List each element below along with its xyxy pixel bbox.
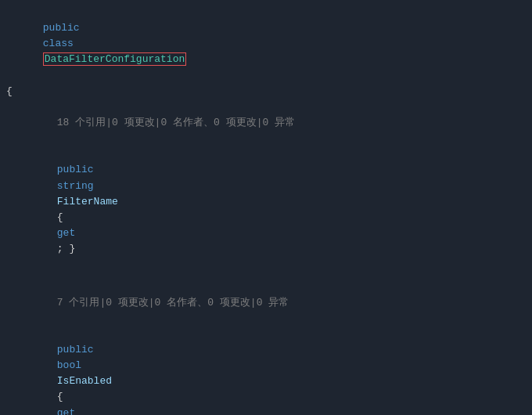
kw-get-1: get xyxy=(57,227,75,239)
code-line-2: { xyxy=(0,84,532,99)
prop-isenabled: IsEnabled xyxy=(57,375,118,387)
meta-refs-2: 7 个引用|0 项更改|0 名作者、0 项更改|0 异常 xyxy=(57,297,289,309)
brace-get-1: { xyxy=(57,211,70,223)
code-line-5 xyxy=(0,272,532,279)
code-line-6: 7 个引用|0 项更改|0 名作者、0 项更改|0 异常 xyxy=(0,279,532,326)
semi-1: ; } xyxy=(57,243,75,254)
kw-get-2: get xyxy=(57,407,75,415)
prop-filtername: FilterName xyxy=(57,196,124,208)
keyword-public: public xyxy=(43,22,86,34)
kw-public-2: public xyxy=(57,344,100,355)
kw-string-1: string xyxy=(57,180,100,192)
code-editor: public class DataFilterConfiguration { 1… xyxy=(0,0,532,415)
code-line-1: public class DataFilterConfiguration xyxy=(0,5,532,84)
class-name: DataFilterConfiguration xyxy=(43,52,186,66)
code-line-7: public bool IsEnabled { get ; } xyxy=(0,327,532,415)
code-line-4: public string FilterName { get ; } xyxy=(0,146,532,272)
open-brace: { xyxy=(6,85,13,97)
class-name-highlight: DataFilterConfiguration xyxy=(43,52,186,66)
keyword-class: class xyxy=(43,38,80,49)
kw-public-1: public xyxy=(57,164,100,175)
code-line-3: 18 个引用|0 项更改|0 名作者、0 项更改|0 异常 xyxy=(0,99,532,146)
kw-bool-1: bool xyxy=(57,359,88,371)
meta-refs-1: 18 个引用|0 项更改|0 名作者、0 项更改|0 异常 xyxy=(57,117,295,128)
brace-get-2: { xyxy=(57,391,70,402)
